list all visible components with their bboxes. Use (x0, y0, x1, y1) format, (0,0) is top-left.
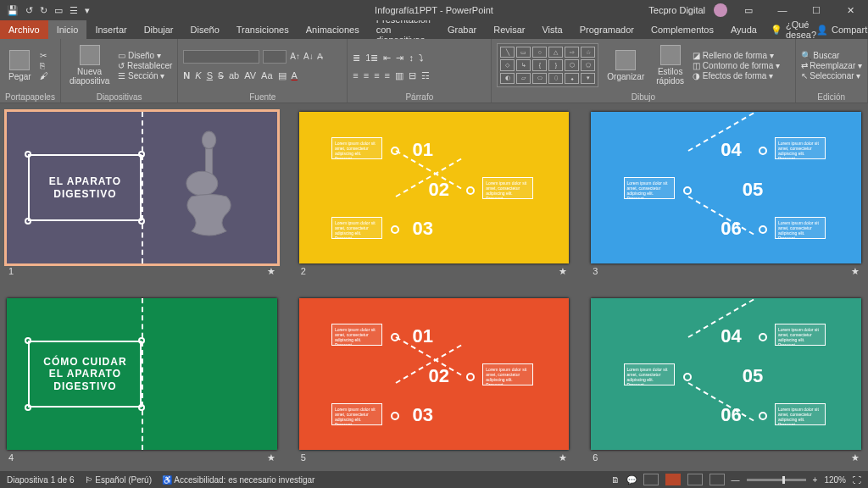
layout-button[interactable]: ▭ Diseño ▾ (118, 51, 172, 60)
tell-me[interactable]: 💡¿Qué desea? (771, 19, 816, 40)
svg-rect-1 (206, 149, 213, 175)
indent-increase-icon[interactable]: ⇥ (396, 53, 403, 64)
case-icon[interactable]: Aa (261, 70, 272, 81)
shape-outline-button[interactable]: ◫ Contorno de forma ▾ (693, 61, 780, 70)
italic-icon[interactable]: K (195, 70, 201, 81)
tab-revisar[interactable]: Revisar (485, 20, 533, 39)
align-text-icon[interactable]: ⊟ (409, 70, 416, 81)
align-right-icon[interactable]: ≡ (374, 70, 379, 81)
quick-styles-button[interactable]: Estilos rápidos (653, 43, 687, 87)
slide-thumbnail[interactable]: 04Lorem ipsum dolor sit amet, consectetu… (591, 298, 861, 468)
text-card: Lorem ipsum dolor sit amet, consectetur … (624, 177, 675, 199)
language-status[interactable]: 🏳 Español (Perú) (85, 475, 152, 485)
line-spacing-icon[interactable]: ↕ (409, 53, 414, 64)
text-card: Lorem ipsum dolor sit amet, consectetur … (624, 363, 675, 385)
format-painter-icon[interactable]: 🖌 (40, 71, 48, 80)
paste-button[interactable]: Pegar (5, 48, 35, 83)
highlight-icon[interactable]: ▤ (278, 70, 287, 81)
user-avatar[interactable] (714, 3, 727, 17)
shadow-icon[interactable]: ab (229, 70, 239, 81)
slide-thumbnail[interactable]: 01Lorem ipsum dolor sit amet, consectetu… (299, 298, 570, 468)
save-icon[interactable]: 💾 (7, 5, 19, 16)
select-button[interactable]: ↖ Seleccionar ▾ (801, 71, 862, 80)
columns-icon[interactable]: ▥ (395, 70, 403, 81)
zoom-out-icon[interactable]: — (732, 475, 740, 485)
align-left-icon[interactable]: ≡ (353, 70, 358, 81)
maximize-icon[interactable]: ☐ (804, 5, 829, 16)
zoom-slider[interactable] (747, 479, 806, 481)
increase-font-icon[interactable]: A↑ (290, 52, 300, 61)
spacing-icon[interactable]: AV (244, 70, 256, 81)
strike-icon[interactable]: S̶ (218, 70, 224, 81)
font-family-select[interactable] (183, 50, 259, 64)
share-button[interactable]: 👤Compartir (816, 25, 868, 36)
justify-icon[interactable]: ≡ (385, 70, 390, 81)
cut-icon[interactable]: ✂ (40, 51, 48, 60)
font-color-icon[interactable]: A (292, 70, 298, 81)
shapes-gallery[interactable]: ╲▭○△⇨☆ ◇↳{}⬡⬠ ◐▱⬭⬯⬥▾ (497, 43, 598, 87)
tab-dibujar[interactable]: Dibujar (136, 20, 182, 39)
underline-icon[interactable]: S (207, 70, 213, 81)
text-card: Lorem ipsum dolor sit amet, consectetur … (482, 363, 533, 385)
qat-customize-icon[interactable]: ▾ (85, 5, 90, 16)
undo-icon[interactable]: ↺ (25, 5, 33, 16)
accessibility-status[interactable]: ♿ Accesibilidad: es necesario investigar (162, 475, 314, 485)
tab-presentacion[interactable]: Presentación con diapositivas (368, 20, 439, 39)
find-button[interactable]: 🔍 Buscar (801, 51, 862, 60)
zoom-level[interactable]: 120% (824, 475, 846, 485)
tab-file[interactable]: Archivo (0, 20, 48, 39)
bold-icon[interactable]: N (183, 70, 190, 81)
font-size-select[interactable] (263, 50, 287, 64)
shape-effects-button[interactable]: ◑ Efectos de forma ▾ (693, 71, 780, 80)
numbering-icon[interactable]: 1≣ (365, 53, 378, 64)
slide-sorter[interactable]: EL APARATO DIGESTIVO1★01Lorem ipsum dolo… (0, 103, 868, 471)
new-slide-button[interactable]: Nueva diapositiva (66, 43, 113, 87)
transition-star-icon: ★ (267, 452, 275, 463)
indent-decrease-icon[interactable]: ⇤ (383, 53, 391, 64)
notes-button[interactable]: 🗎 (611, 475, 620, 485)
tab-vista[interactable]: Vista (533, 20, 570, 39)
tab-animaciones[interactable]: Animaciones (298, 20, 368, 39)
quick-access-toolbar: 💾 ↺ ↻ ▭ ☰ ▾ (0, 5, 97, 16)
slide-thumbnail[interactable]: 04Lorem ipsum dolor sit amet, consectetu… (591, 112, 861, 281)
ribbon-display-options-icon[interactable]: ▭ (736, 5, 761, 16)
sorter-view-button[interactable] (665, 474, 681, 485)
align-center-icon[interactable]: ≡ (364, 70, 369, 81)
redo-icon[interactable]: ↻ (40, 5, 47, 16)
clear-format-icon[interactable]: A̶ (317, 52, 323, 61)
close-icon[interactable]: ✕ (837, 5, 863, 16)
text-direction-icon[interactable]: ⤵ (419, 53, 424, 64)
zoom-in-icon[interactable]: + (813, 475, 818, 485)
section-button[interactable]: ☰ Sección ▾ (118, 71, 172, 80)
replace-button[interactable]: ⇄ Reemplazar ▾ (801, 61, 862, 70)
reading-view-button[interactable] (687, 474, 703, 485)
user-name[interactable]: Tecpro Digital (648, 5, 705, 15)
tab-grabar[interactable]: Grabar (439, 20, 485, 39)
decrease-font-icon[interactable]: A↓ (303, 52, 314, 61)
slideshow-start-icon[interactable]: ▭ (54, 5, 63, 16)
bullets-icon[interactable]: ≣ (353, 53, 360, 64)
tab-programador[interactable]: Programador (571, 20, 643, 39)
tab-diseno[interactable]: Diseño (182, 20, 228, 39)
arrange-button[interactable]: Organizar (604, 48, 648, 83)
smartart-icon[interactable]: ☶ (421, 70, 430, 81)
minimize-icon[interactable]: — (770, 5, 795, 15)
tab-transiciones[interactable]: Transiciones (228, 20, 298, 39)
tab-complementos[interactable]: Complementos (643, 20, 722, 39)
slide-thumbnail[interactable]: 01Lorem ipsum dolor sit amet, consectetu… (299, 112, 570, 281)
fit-to-window-icon[interactable]: ⛶ (853, 475, 861, 485)
reset-button[interactable]: ↺ Restablecer (118, 61, 172, 70)
copy-icon[interactable]: ⎘ (40, 61, 48, 70)
lightbulb-icon: 💡 (771, 25, 782, 36)
slide-thumbnail[interactable]: CÓMO CUIDAR EL APARATO DIGESTIVO4★ (7, 298, 277, 468)
shape-fill-button[interactable]: ◪ Relleno de forma ▾ (693, 51, 780, 60)
comments-button[interactable]: 💬 (626, 475, 637, 485)
tab-inicio[interactable]: Inicio (48, 20, 87, 39)
touch-mode-icon[interactable]: ☰ (70, 5, 78, 16)
slide-thumbnail[interactable]: EL APARATO DIGESTIVO1★ (7, 112, 277, 281)
tab-insertar[interactable]: Insertar (86, 20, 135, 39)
tab-ayuda[interactable]: Ayuda (722, 20, 765, 39)
slideshow-view-button[interactable] (709, 474, 725, 485)
normal-view-button[interactable] (643, 474, 659, 485)
slide-counter[interactable]: Diapositiva 1 de 6 (7, 475, 75, 485)
